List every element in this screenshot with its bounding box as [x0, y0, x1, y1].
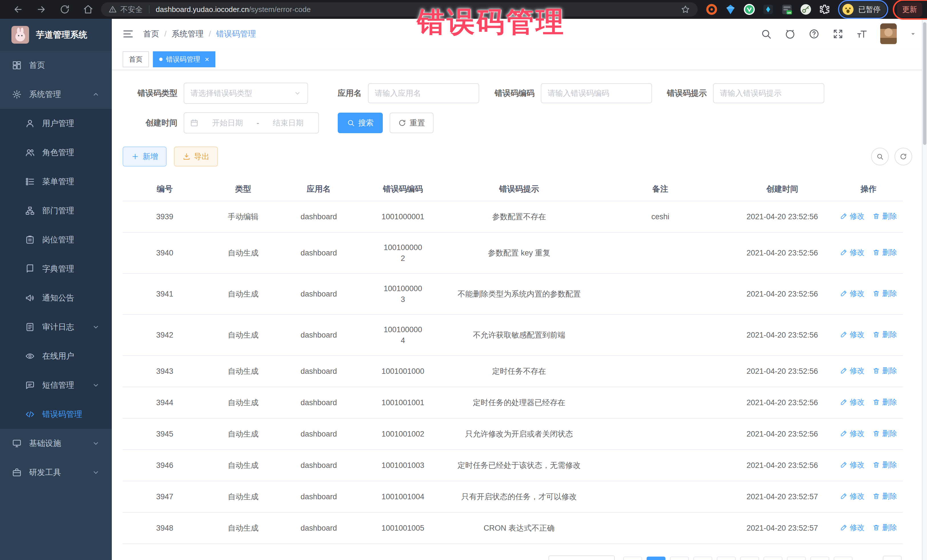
github-icon[interactable] — [784, 28, 796, 39]
sidebar-item[interactable]: 菜单管理 — [0, 167, 112, 196]
page-ellipsis[interactable]: ··· — [787, 557, 806, 560]
table-row: 3940自动生成dashboard1001000002参数配置 key 重复20… — [123, 232, 903, 273]
reset-button[interactable]: 重置 — [390, 112, 433, 133]
trash-icon — [872, 492, 880, 500]
address-bar[interactable]: 不安全 dashboard.yudao.iocoder.cn/system/er… — [101, 2, 698, 17]
sidebar-item[interactable]: 部门管理 — [0, 196, 112, 225]
edit-link[interactable]: 修改 — [840, 491, 865, 502]
tab-close-icon[interactable]: × — [205, 56, 209, 63]
cell-time: 2021-04-20 23:52:56 — [730, 450, 834, 481]
edit-link[interactable]: 修改 — [840, 211, 865, 222]
sidebar-item[interactable]: 研发工具 — [0, 458, 112, 487]
dashboard-icon — [12, 61, 22, 70]
add-button[interactable]: 新增 — [123, 147, 167, 167]
search-button[interactable]: 搜索 — [338, 112, 383, 133]
sidebar-item[interactable]: 岗位管理 — [0, 225, 112, 254]
page-button-2[interactable]: 2 — [670, 557, 689, 560]
extension-orange-icon[interactable] — [706, 3, 718, 15]
sidebar-item[interactable]: 用户管理 — [0, 109, 112, 138]
edit-link[interactable]: 修改 — [840, 522, 865, 533]
export-button[interactable]: 导出 — [174, 147, 218, 167]
edit-link[interactable]: 修改 — [840, 459, 865, 470]
edit-link[interactable]: 修改 — [840, 365, 865, 376]
hamburger-icon[interactable] — [122, 28, 134, 40]
header-search-icon[interactable] — [760, 28, 772, 39]
app-name-label: 应用名 — [338, 88, 368, 99]
edit-link[interactable]: 修改 — [840, 247, 865, 258]
browser-update-button[interactable]: 更新 — [897, 2, 922, 17]
cell-type: 自动生成 — [207, 418, 280, 450]
delete-link[interactable]: 删除 — [872, 247, 897, 258]
delete-link[interactable]: 删除 — [872, 428, 897, 439]
sidebar-item[interactable]: 基础设施 — [0, 429, 112, 458]
error-hint-input[interactable] — [713, 83, 824, 103]
breadcrumb-home[interactable]: 首页 — [143, 29, 159, 39]
edit-link[interactable]: 修改 — [840, 288, 865, 299]
delete-link[interactable]: 删除 — [872, 397, 897, 407]
page-button-5[interactable]: 5 — [740, 557, 759, 560]
sidebar-item[interactable]: 通知公告 — [0, 284, 112, 313]
next-page-button[interactable] — [834, 557, 853, 560]
back-icon[interactable] — [12, 4, 23, 15]
home-icon[interactable] — [83, 4, 94, 15]
help-icon[interactable] — [808, 28, 820, 39]
delete-link[interactable]: 删除 — [872, 459, 897, 470]
edit-link[interactable]: 修改 — [840, 397, 865, 407]
edit-link[interactable]: 修改 — [840, 329, 865, 340]
bookmark-star-icon[interactable] — [681, 5, 690, 14]
extension-vue-devtools-icon[interactable] — [743, 3, 755, 15]
sidebar-item[interactable]: 首页 — [0, 51, 112, 80]
delete-link[interactable]: 删除 — [872, 522, 897, 533]
sidebar-item[interactable]: 角色管理 — [0, 138, 112, 167]
sidebar-item[interactable]: 字典管理 — [0, 254, 112, 284]
page-button-8[interactable]: 8 — [810, 557, 829, 560]
page-button-3[interactable]: 3 — [693, 557, 712, 560]
tab-home[interactable]: 首页 — [123, 51, 149, 67]
error-code-input[interactable] — [541, 83, 652, 103]
fullscreen-icon[interactable] — [832, 28, 844, 39]
avatar-caret-down-icon[interactable] — [909, 30, 917, 38]
show-search-toggle-button[interactable] — [871, 148, 889, 165]
prev-page-button[interactable] — [623, 557, 642, 560]
sidebar-item[interactable]: 错误码管理 — [0, 400, 112, 429]
sidebar-item[interactable]: 审计日志 — [0, 313, 112, 341]
error-type-select[interactable]: 请选择错误码类型 — [184, 83, 308, 104]
sidebar-item[interactable]: 在线用户 — [0, 341, 112, 371]
goto-page-input[interactable] — [883, 556, 902, 560]
extensions-puzzle-icon[interactable] — [819, 3, 831, 15]
extension-gem-icon[interactable] — [725, 3, 737, 15]
delete-link[interactable]: 删除 — [872, 491, 897, 502]
cell-code: 1001000004 — [358, 314, 448, 355]
tab-error-code[interactable]: 错误码管理 × — [153, 51, 215, 67]
sidebar: 芋道管理系统 首页系统管理用户管理角色管理菜单管理部门管理岗位管理字典管理通知公… — [0, 19, 112, 560]
app-name-input[interactable] — [368, 83, 479, 103]
delete-link[interactable]: 删除 — [872, 288, 897, 299]
delete-link[interactable]: 删除 — [872, 211, 897, 222]
sidebar-logo[interactable]: 芋道管理系统 — [0, 19, 112, 51]
page-button-1[interactable]: 1 — [647, 557, 666, 560]
scrollbar-thumb[interactable] — [923, 22, 926, 145]
delete-link[interactable]: 删除 — [872, 329, 897, 340]
sidebar-item[interactable]: 短信管理 — [0, 371, 112, 400]
page-button-4[interactable]: 4 — [717, 557, 736, 560]
reload-icon[interactable] — [59, 4, 70, 15]
page-size-select[interactable]: 10条/页 — [549, 555, 615, 560]
edit-link[interactable]: 修改 — [840, 428, 865, 439]
date-range-picker[interactable]: 开始日期 - 结束日期 — [184, 112, 319, 134]
breadcrumb-system[interactable]: 系统管理 — [172, 29, 204, 39]
page-button-6[interactable]: 6 — [764, 557, 783, 560]
extension-key-icon[interactable] — [800, 3, 812, 15]
forward-icon[interactable] — [36, 4, 47, 15]
browser-menu-icon[interactable] — [925, 5, 927, 14]
font-size-icon[interactable] — [856, 28, 868, 39]
user-avatar[interactable] — [880, 23, 897, 44]
cell-hint: CRON 表达式不正确 — [448, 512, 590, 544]
browser-profile-chip[interactable]: 已暂停 — [840, 2, 886, 17]
refresh-table-button[interactable] — [895, 148, 912, 165]
sidebar-item[interactable]: 系统管理 — [0, 80, 112, 109]
question-icon — [808, 28, 820, 39]
breadcrumb: 首页 / 系统管理 / 错误码管理 — [143, 29, 256, 39]
extension-grid-icon[interactable] — [762, 3, 774, 15]
extension-tampermonkey-icon[interactable]: on — [781, 3, 793, 15]
delete-link[interactable]: 删除 — [872, 365, 897, 376]
